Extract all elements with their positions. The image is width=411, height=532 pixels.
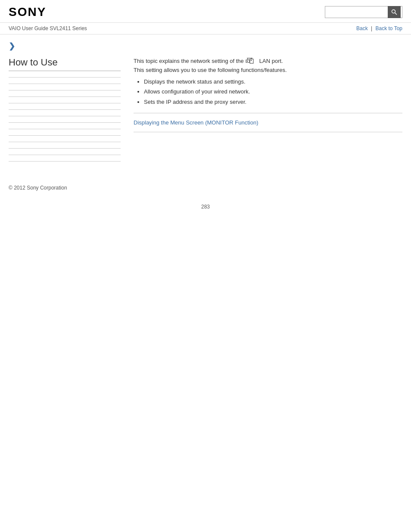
sidebar-lines [9, 77, 121, 162]
bullet-item-3: Sets the IP address and the proxy server… [144, 98, 402, 107]
search-input[interactable] [325, 6, 388, 18]
sidebar-divider-12 [9, 148, 121, 149]
intro-row: This topic explains the network setting … [134, 57, 402, 66]
sidebar-divider-2 [9, 84, 121, 84]
nav-separator: | [371, 25, 372, 31]
sidebar-divider-7 [9, 116, 121, 116]
back-link[interactable]: Back [356, 25, 368, 31]
bullet-item-1: Displays the network status and settings… [144, 78, 402, 87]
sidebar-divider-13 [9, 155, 121, 155]
sidebar-divider-1 [9, 77, 121, 78]
sidebar-divider-10 [9, 135, 121, 136]
header: SONY [0, 0, 411, 23]
sidebar-divider-11 [9, 142, 121, 142]
nav-bar: VAIO User Guide SVL2411 Series Back | Ba… [0, 23, 411, 34]
lan-port-text: LAN port. [259, 57, 283, 66]
svg-line-1 [395, 13, 397, 15]
svg-rect-7 [247, 61, 248, 62]
search-button[interactable] [388, 6, 401, 18]
search-box[interactable] [325, 6, 402, 18]
content-intro: This topic explains the network setting … [134, 57, 402, 107]
intro-text3: This setting allows you to use the follo… [134, 66, 402, 75]
footer-copyright: © 2012 Sony Corporation [0, 176, 411, 195]
content-area: This topic explains the network setting … [129, 57, 402, 168]
monitor-function-link[interactable]: Displaying the Menu Screen (MONITOR Func… [134, 119, 258, 126]
search-icon [391, 9, 397, 15]
page-number: 283 [0, 195, 411, 214]
intro-text1: This topic explains the network setting … [134, 57, 244, 66]
sidebar-divider-5 [9, 103, 121, 103]
sidebar-divider-3 [9, 90, 121, 90]
bullet-list: Displays the network status and settings… [144, 78, 402, 107]
sidebar-divider-6 [9, 109, 121, 110]
nav-title: VAIO User Guide SVL2411 Series [9, 25, 87, 31]
back-to-top-link[interactable]: Back to Top [376, 25, 402, 31]
sidebar: How to Use [9, 57, 129, 168]
bullet-item-2: Allows configuration of your wired netwo… [144, 87, 402, 96]
svg-rect-8 [251, 60, 252, 61]
main-content: How to Use This topic explains the netwo… [0, 53, 411, 176]
lan-port-icon [246, 58, 254, 65]
svg-rect-3 [250, 59, 253, 63]
breadcrumb-arrow: ❯ [0, 34, 411, 53]
sidebar-divider-9 [9, 129, 121, 129]
nav-links: Back | Back to Top [356, 25, 402, 31]
sidebar-divider-14 [9, 161, 121, 162]
content-divider-2 [134, 132, 402, 132]
content-divider-1 [134, 113, 402, 113]
sony-logo: SONY [9, 5, 46, 19]
sidebar-divider-4 [9, 96, 121, 97]
svg-point-0 [392, 10, 395, 13]
sidebar-title: How to Use [9, 57, 121, 71]
sidebar-divider-8 [9, 122, 121, 123]
